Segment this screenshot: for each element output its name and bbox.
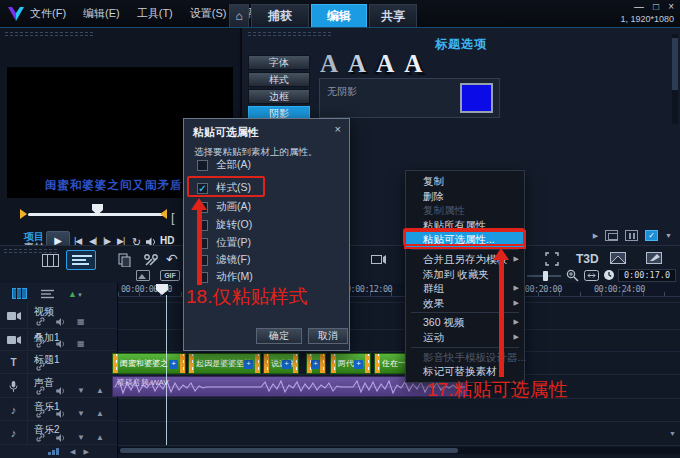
track-header-title[interactable]: T 标题1 — [0, 352, 117, 374]
layers-icon[interactable] — [605, 230, 618, 241]
timeline-scroll-down-icon[interactable]: ▼ — [669, 430, 676, 437]
checkbox-row-filter[interactable]: 滤镜(F) — [197, 253, 250, 267]
scroll-down-icon[interactable]: ▼ — [665, 232, 672, 239]
snapshot-icon[interactable] — [136, 270, 150, 281]
track-header-voice[interactable]: 声音 ▼ ▲ — [0, 375, 117, 398]
nav-style[interactable]: 样式 — [248, 72, 310, 87]
zoom-slider-handle[interactable] — [543, 271, 548, 281]
shadow-glow-sample[interactable]: A — [376, 50, 394, 78]
home-button[interactable]: ⌂ — [229, 4, 249, 27]
track-list-icon[interactable] — [41, 289, 54, 299]
link-icon[interactable] — [36, 362, 45, 371]
frame-marquee-icon[interactable] — [545, 252, 559, 266]
title-clip[interactable]: 闺蜜和婆婆之 + — [112, 353, 186, 374]
checkbox-row-all[interactable]: 全部(A) — [197, 158, 251, 172]
waveform-toggle-icon[interactable]: ▼ — [77, 386, 85, 395]
mask-creator-icon[interactable] — [610, 252, 626, 264]
shadow-none-sample[interactable]: A — [320, 50, 338, 78]
mute-icon[interactable] — [56, 340, 66, 348]
mark-in-bracket[interactable]: [ — [171, 210, 175, 225]
tab-edit[interactable]: 编辑 — [311, 4, 367, 27]
fit-timeline-icon[interactable] — [584, 270, 599, 281]
link-icon[interactable] — [36, 433, 45, 442]
link-icon[interactable] — [36, 339, 45, 348]
options-scrollbar[interactable] — [672, 34, 678, 124]
close-icon[interactable]: × — [668, 1, 674, 12]
clip-plus-icon[interactable]: + — [311, 360, 320, 369]
mask-editor-icon[interactable] — [646, 252, 662, 264]
volume-keyframe-icon[interactable]: ▲ — [96, 386, 104, 395]
menu-item-effects[interactable]: 效果▶ — [406, 296, 524, 311]
trim-start-handle[interactable] — [20, 209, 27, 219]
title-clip[interactable]: + — [306, 353, 326, 374]
tab-capture[interactable]: 捕获 — [251, 4, 309, 27]
menu-item-360-video[interactable]: 360 视频▶ — [406, 315, 524, 330]
waveform-toggle-icon[interactable]: ▼ — [77, 409, 85, 418]
timeline-view-icon[interactable] — [66, 250, 96, 270]
edit-mode-icon[interactable]: ✓ — [645, 230, 658, 241]
expand-icon[interactable]: ▶ — [593, 232, 598, 240]
mute-icon[interactable] — [56, 434, 66, 442]
timeline-playhead-line[interactable] — [166, 295, 167, 445]
shadow-extrude-sample[interactable]: A — [404, 50, 422, 78]
maximize-icon[interactable]: □ — [653, 1, 659, 12]
scroll-right-icon[interactable]: ▶ — [83, 448, 88, 456]
link-icon[interactable] — [36, 317, 45, 326]
zoom-in-icon[interactable] — [566, 269, 579, 282]
menu-item-delete[interactable]: 删除 — [406, 189, 524, 204]
timeline-zoom-slider[interactable] — [527, 275, 561, 277]
checkbox[interactable] — [197, 160, 208, 171]
fx-grid-icon[interactable]: ▦ — [77, 339, 85, 348]
menu-file[interactable]: 文件(F) — [30, 6, 66, 21]
link-icon[interactable] — [36, 386, 45, 395]
ok-button[interactable]: 确定 — [256, 328, 302, 344]
dialog-close-icon[interactable]: × — [335, 123, 341, 135]
link-icon[interactable] — [36, 409, 45, 418]
checkbox-row-action[interactable]: 动作(M) — [197, 270, 253, 284]
menu-settings[interactable]: 设置(S) — [190, 6, 227, 21]
tools-icon[interactable] — [144, 253, 158, 267]
shadow-color-swatch[interactable] — [460, 83, 493, 113]
clip-plus-icon[interactable]: + — [169, 360, 178, 369]
menu-edit[interactable]: 编辑(E) — [83, 6, 120, 21]
hscrollbar-thumb[interactable] — [120, 448, 458, 453]
title-clip[interactable]: 两代人 + — [330, 353, 371, 374]
track-manager-icon[interactable] — [12, 288, 27, 299]
trim-end-handle[interactable] — [160, 209, 167, 219]
track-header-overlay[interactable]: 叠加1 ▦ — [0, 330, 117, 351]
track-header-music1[interactable]: ♪ 音乐1 ▼ ▲ — [0, 399, 117, 421]
mute-icon[interactable] — [56, 318, 66, 326]
menu-item-motion[interactable]: 运动▶ — [406, 330, 524, 345]
minimize-icon[interactable]: — — [634, 1, 644, 12]
track-height-icon[interactable] — [48, 448, 62, 455]
checkbox-row-position[interactable]: 位置(P) — [197, 236, 251, 250]
storyboard-view-icon[interactable] — [42, 254, 59, 267]
columns-icon[interactable] — [625, 230, 638, 241]
menu-tools[interactable]: 工具(T) — [137, 6, 173, 21]
scroll-left-icon[interactable]: ◀ — [70, 448, 75, 456]
mute-icon[interactable] — [56, 410, 66, 418]
menu-item-copy[interactable]: 复制 — [406, 174, 524, 189]
mute-icon[interactable] — [56, 387, 66, 395]
fx-grid-icon[interactable]: ▦ — [77, 317, 85, 326]
gif-export-icon[interactable]: GIF — [160, 270, 180, 281]
nav-border[interactable]: 边框 — [248, 89, 310, 104]
timeline-hscrollbar[interactable] — [118, 447, 680, 454]
duration-clock-icon[interactable] — [603, 269, 615, 281]
title-clip[interactable]: 说这样 + — [263, 353, 299, 374]
cancel-button[interactable]: 取消 — [308, 328, 348, 344]
clip-plus-icon[interactable]: + — [282, 360, 291, 369]
waveform-toggle-icon[interactable]: ▼ — [77, 433, 85, 442]
clip-plus-icon[interactable]: + — [354, 360, 363, 369]
split-clip-icon[interactable] — [371, 253, 386, 266]
menu-item-group[interactable]: 群组▶ — [406, 281, 524, 296]
track-header-video[interactable]: 视频 ▦ — [0, 303, 117, 329]
copy-icon[interactable] — [118, 253, 132, 267]
clip-plus-icon[interactable]: + — [244, 360, 253, 369]
project-duration-display[interactable]: 0:00:17.0 — [618, 269, 676, 282]
menu-item-add-to-favorites[interactable]: 添加到 收藏夹 — [406, 267, 524, 282]
title-3d-icon[interactable]: T3D — [576, 252, 599, 266]
volume-keyframe-icon[interactable]: ▲ — [96, 409, 104, 418]
title-clip[interactable]: 起因是婆婆坚持 + — [188, 353, 261, 374]
shadow-drop-sample[interactable]: A — [348, 50, 366, 78]
